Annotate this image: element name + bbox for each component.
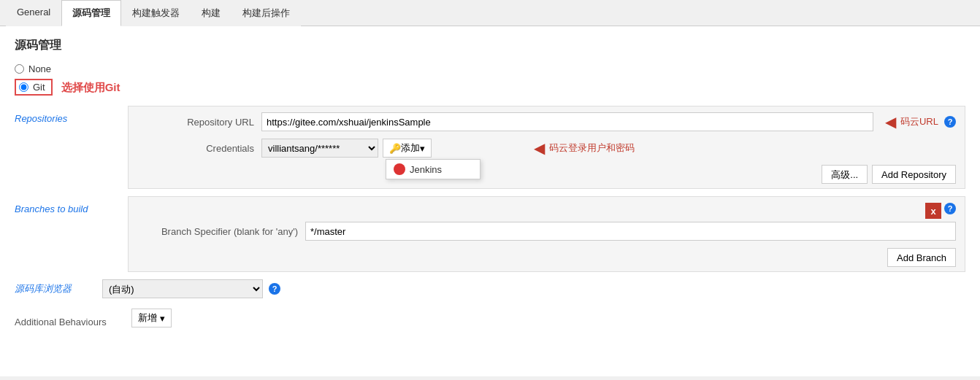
dropdown-jenkins-label: Jenkins [410,164,442,175]
repositories-section: Repositories Repository URL ◀ 码云URL ? Cr… [15,106,965,189]
branches-top-right: x ? [137,203,956,219]
add-btn-label: 添加 [401,141,420,155]
tab-bar: General 源码管理 构建触发器 构建 构建后操作 [0,0,980,26]
repo-url-content: ◀ 码云URL ? [261,112,956,131]
branch-specifier-label: Branch Specifier (blank for 'any') [137,226,305,237]
page-title: 源码管理 [15,38,965,53]
credentials-label: Credentials [137,143,261,154]
browser-help-icon[interactable]: ? [269,283,280,295]
tab-general[interactable]: General [6,0,61,26]
dropdown-jenkins-item[interactable]: Jenkins [386,160,480,179]
repo-url-annotation-text: 码云URL [900,115,938,128]
credentials-row: Credentials villiantsang/****** 🔑 添加 ▾ [137,139,956,158]
branch-specifier-input[interactable] [305,222,956,241]
credentials-annotation-text: 码云登录用户和密码 [549,141,635,155]
jenkins-icon [394,163,405,175]
additional-behaviours-row: Additional Behaviours 新增 ▾ [15,309,965,327]
credentials-dropdown: Jenkins [386,159,481,179]
scm-radio-group: None Git 选择使用Git [15,63,965,97]
credentials-annotation: ◀ 码云登录用户和密码 [534,139,635,157]
branch-specifier-content [305,222,956,241]
repositories-content: Repository URL ◀ 码云URL ? Credentials vil… [128,106,965,189]
radio-none-row: None [15,63,965,74]
add-credentials-button[interactable]: 🔑 添加 ▾ [383,139,432,158]
radio-git-row: Git 选择使用Git [15,79,965,97]
add-repository-button[interactable]: Add Repository [872,165,956,184]
new-behaviour-button[interactable]: 新增 ▾ [131,309,172,327]
key-icon: 🔑 [389,143,401,154]
tab-scm[interactable]: 源码管理 [61,0,121,26]
repo-url-row: Repository URL ◀ 码云URL ? [137,112,956,131]
branch-specifier-row: Branch Specifier (blank for 'any') [137,222,956,241]
advanced-button[interactable]: 高级... [822,165,868,184]
git-highlight-text: 选择使用Git [61,81,120,95]
credentials-select[interactable]: villiantsang/****** [261,139,378,158]
new-btn-label: 新增 [138,311,157,325]
repo-url-help-icon[interactable]: ? [944,116,956,128]
branches-section: Branches to build x ? Branch Specifier (… [15,196,965,272]
repo-buttons-row: 高级... Add Repository [137,165,956,184]
radio-git[interactable] [19,82,28,92]
branch-buttons-row: Add Branch [137,248,956,267]
radio-git-label: Git [33,82,45,93]
git-option-highlight: Git [15,79,53,96]
add-branch-button[interactable]: Add Branch [887,248,956,267]
browser-select[interactable]: (自动) [102,279,263,298]
credentials-content: villiantsang/****** 🔑 添加 ▾ Jenkins [261,139,956,158]
additional-behaviours-label: Additional Behaviours [15,309,131,327]
browser-row: 源码库浏览器 (自动) ? [15,279,965,298]
branch-help-icon[interactable]: ? [944,203,956,214]
arrow-icon: ◀ [885,113,896,131]
branches-label: Branches to build [15,196,128,214]
browser-label: 源码库浏览器 [15,282,102,295]
repo-url-label: Repository URL [137,117,261,128]
page-content: 源码管理 None Git 选择使用Git Repositories Repos… [0,26,980,376]
radio-none-label: None [28,63,51,74]
tab-build[interactable]: 构建 [191,0,231,26]
credentials-arrow-icon: ◀ [534,139,545,157]
radio-none[interactable] [15,64,24,74]
tab-triggers[interactable]: 构建触发器 [121,0,191,26]
remove-branch-button[interactable]: x [925,203,941,219]
repo-url-annotation: ◀ 码云URL [885,113,938,131]
tab-post-build[interactable]: 构建后操作 [231,0,301,26]
branches-content: x ? Branch Specifier (blank for 'any') A… [128,196,965,272]
add-btn-arrow: ▾ [420,143,425,154]
new-btn-arrow: ▾ [160,313,165,324]
repo-url-input[interactable] [261,112,873,131]
repositories-label: Repositories [15,106,128,124]
